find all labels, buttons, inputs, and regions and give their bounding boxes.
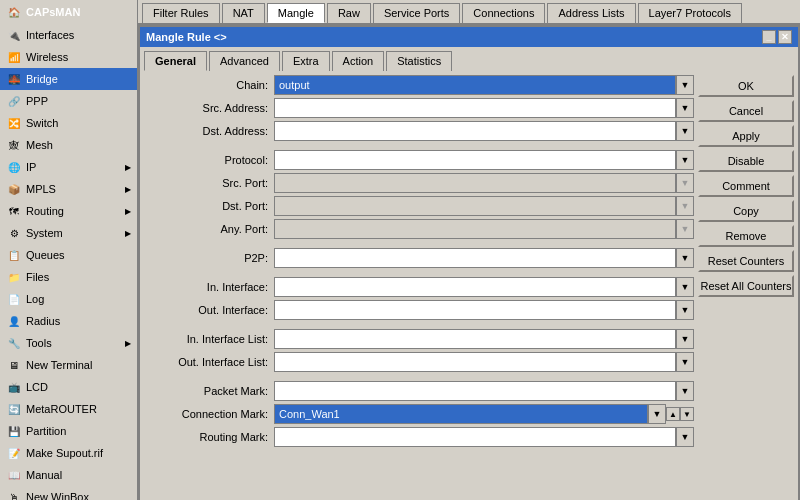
in-interface-list-dropdown-btn[interactable]: ▼ (676, 329, 694, 349)
form-row-dst-address: Dst. Address: ▼ (144, 121, 694, 141)
dst-address-input[interactable] (274, 121, 676, 141)
tab-mangle[interactable]: Mangle (267, 3, 325, 23)
remove-button[interactable]: Remove (698, 225, 794, 247)
src-address-dropdown-btn[interactable]: ▼ (676, 98, 694, 118)
routing-mark-dropdown-btn[interactable]: ▼ (676, 427, 694, 447)
manual-icon: 📖 (6, 467, 22, 483)
dst-address-wrap: ▼ (274, 121, 694, 141)
ok-button[interactable]: OK (698, 75, 794, 97)
routing-icon: 🗺 (6, 203, 22, 219)
sidebar-item-radius[interactable]: 👤 Radius (0, 310, 137, 332)
system-icon: ⚙ (6, 225, 22, 241)
src-port-dropdown-btn[interactable]: ▼ (676, 173, 694, 193)
comment-button[interactable]: Comment (698, 175, 794, 197)
p2p-dropdown-btn[interactable]: ▼ (676, 248, 694, 268)
tab-nat[interactable]: NAT (222, 3, 265, 23)
capsman-icon: 🏠 (6, 4, 22, 20)
out-interface-list-input[interactable] (274, 352, 676, 372)
routing-mark-input[interactable] (274, 427, 676, 447)
form-row-src-port: Src. Port: ▼ (144, 173, 694, 193)
disable-button[interactable]: Disable (698, 150, 794, 172)
tab-layer7[interactable]: Layer7 Protocols (638, 3, 743, 23)
form-row-packet-mark: Packet Mark: ▼ (144, 381, 694, 401)
in-interface-input[interactable] (274, 277, 676, 297)
dst-port-input[interactable] (274, 196, 676, 216)
log-icon: 📄 (6, 291, 22, 307)
sidebar: 🏠 CAPsMAN 🔌 Interfaces 📶 Wireless 🌉 Brid… (0, 0, 138, 500)
connection-mark-dropdown-btn[interactable]: ▼ (648, 404, 666, 424)
lcd-icon: 📺 (6, 379, 22, 395)
sidebar-item-mpls[interactable]: 📦 MPLS ▶ (0, 178, 137, 200)
sidebar-label: Manual (26, 469, 62, 481)
dst-port-dropdown-btn[interactable]: ▼ (676, 196, 694, 216)
out-interface-wrap: ▼ (274, 300, 694, 320)
chain-input[interactable] (274, 75, 676, 95)
tab-service-ports[interactable]: Service Ports (373, 3, 460, 23)
dialog-minimize-btn[interactable]: _ (762, 30, 776, 44)
sidebar-item-files[interactable]: 📁 Files (0, 266, 137, 288)
sidebar-item-ip[interactable]: 🌐 IP ▶ (0, 156, 137, 178)
dialog-close-btn[interactable]: ✕ (778, 30, 792, 44)
any-port-dropdown-btn[interactable]: ▼ (676, 219, 694, 239)
tab-filter-rules[interactable]: Filter Rules (142, 3, 220, 23)
src-address-input[interactable] (274, 98, 676, 118)
sidebar-item-log[interactable]: 📄 Log (0, 288, 137, 310)
sidebar-label: Queues (26, 249, 65, 261)
packet-mark-input[interactable] (274, 381, 676, 401)
any-port-input[interactable] (274, 219, 676, 239)
sidebar-item-bridge[interactable]: 🌉 Bridge (0, 68, 137, 90)
sidebar-item-ppp[interactable]: 🔗 PPP (0, 90, 137, 112)
sidebar-item-queues[interactable]: 📋 Queues (0, 244, 137, 266)
sidebar-item-lcd[interactable]: 📺 LCD (0, 376, 137, 398)
sidebar-item-interfaces[interactable]: 🔌 Interfaces (0, 24, 137, 46)
in-interface-list-input[interactable] (274, 329, 676, 349)
tab-raw[interactable]: Raw (327, 3, 371, 23)
tab-address-lists[interactable]: Address Lists (547, 3, 635, 23)
partition-icon: 💾 (6, 423, 22, 439)
reset-all-counters-button[interactable]: Reset All Counters (698, 275, 794, 297)
out-interface-dropdown-btn[interactable]: ▼ (676, 300, 694, 320)
sidebar-label: Switch (26, 117, 58, 129)
sidebar-item-new-terminal[interactable]: 🖥 New Terminal (0, 354, 137, 376)
sidebar-item-manual[interactable]: 📖 Manual (0, 464, 137, 486)
copy-button[interactable]: Copy (698, 200, 794, 222)
main-panel: Filter Rules NAT Mangle Raw Service Port… (138, 0, 800, 500)
connection-mark-scroll-down[interactable]: ▼ (680, 407, 694, 421)
tab-connections[interactable]: Connections (462, 3, 545, 23)
protocol-input[interactable] (274, 150, 676, 170)
tab-extra[interactable]: Extra (282, 51, 330, 71)
apply-button[interactable]: Apply (698, 125, 794, 147)
packet-mark-dropdown-btn[interactable]: ▼ (676, 381, 694, 401)
chain-dropdown-btn[interactable]: ▼ (676, 75, 694, 95)
sidebar-item-mesh[interactable]: 🕸 Mesh (0, 134, 137, 156)
sidebar-item-routing[interactable]: 🗺 Routing ▶ (0, 200, 137, 222)
sidebar-item-system[interactable]: ⚙ System ▶ (0, 222, 137, 244)
sidebar-item-partition[interactable]: 💾 Partition (0, 420, 137, 442)
protocol-wrap: ▼ (274, 150, 694, 170)
tab-general[interactable]: General (144, 51, 207, 71)
tab-advanced[interactable]: Advanced (209, 51, 280, 71)
sidebar-item-new-winbox[interactable]: 🖱 New WinBox (0, 486, 137, 500)
dst-address-dropdown-btn[interactable]: ▼ (676, 121, 694, 141)
sidebar-item-make-supout[interactable]: 📝 Make Supout.rif (0, 442, 137, 464)
reset-counters-button[interactable]: Reset Counters (698, 250, 794, 272)
sidebar-item-metarouter[interactable]: 🔄 MetaROUTER (0, 398, 137, 420)
in-interface-list-wrap: ▼ (274, 329, 694, 349)
in-interface-dropdown-btn[interactable]: ▼ (676, 277, 694, 297)
p2p-input[interactable] (274, 248, 676, 268)
cancel-button[interactable]: Cancel (698, 100, 794, 122)
out-interface-input[interactable] (274, 300, 676, 320)
tab-statistics[interactable]: Statistics (386, 51, 452, 71)
sidebar-item-tools[interactable]: 🔧 Tools ▶ (0, 332, 137, 354)
sidebar-item-switch[interactable]: 🔀 Switch (0, 112, 137, 134)
protocol-dropdown-btn[interactable]: ▼ (676, 150, 694, 170)
form-row-in-interface-list: In. Interface List: ▼ (144, 329, 694, 349)
supout-icon: 📝 (6, 445, 22, 461)
out-interface-list-dropdown-btn[interactable]: ▼ (676, 352, 694, 372)
src-port-input[interactable] (274, 173, 676, 193)
connection-mark-input[interactable] (274, 404, 648, 424)
sidebar-item-wireless[interactable]: 📶 Wireless (0, 46, 137, 68)
connection-mark-scroll-up[interactable]: ▲ (666, 407, 680, 421)
bridge-icon: 🌉 (6, 71, 22, 87)
tab-action[interactable]: Action (332, 51, 385, 71)
